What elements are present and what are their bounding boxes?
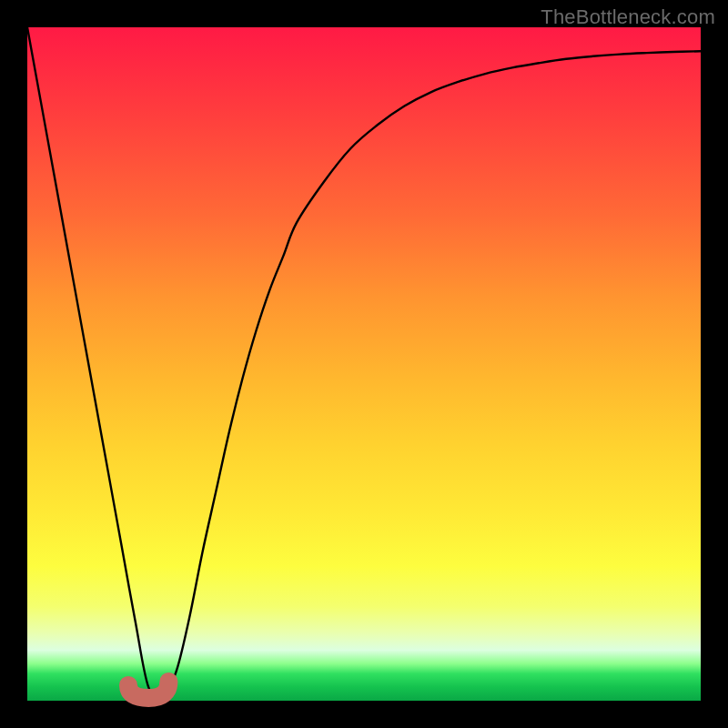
chart-svg (27, 27, 701, 701)
chart-plot-area (27, 27, 701, 701)
bottleneck-curve (27, 27, 701, 696)
chart-outer-frame: TheBottleneck.com (0, 0, 728, 728)
watermark-text: TheBottleneck.com (541, 5, 715, 29)
